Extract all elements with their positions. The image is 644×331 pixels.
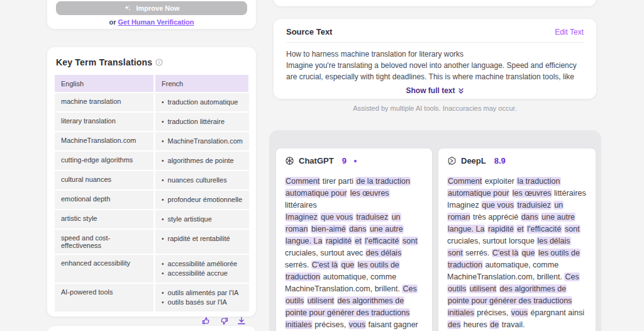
source-line-1: How to harness machine translation for l… — [286, 48, 584, 60]
partial-card-bottom-left — [47, 326, 256, 331]
deepl-icon — [447, 156, 457, 166]
term-french-item: •accessibilité accrue — [162, 269, 243, 278]
partial-card-top-right — [274, 0, 596, 6]
deepl-panel: DeepL 8.9 Comment exploiter la traductio… — [438, 148, 596, 331]
deepl-translation-text: Comment exploiter la traduction automati… — [447, 176, 587, 331]
term-french-item: •nuances culturelles — [162, 176, 243, 185]
get-human-verification-link[interactable]: Get Human Verification — [118, 18, 194, 26]
term-english-cell: cutting-edge algorithms — [55, 152, 153, 170]
term-french-cell: •outils alimentés par l'IA•outils basés … — [155, 284, 249, 311]
improve-now-label: Improve Now — [136, 4, 179, 12]
edit-text-link[interactable]: Edit Text — [555, 28, 584, 36]
improve-card: Improve Now or Get Human Verification — [47, 0, 256, 29]
term-french-cell: •accessibilité améliorée•accessibilité a… — [155, 255, 249, 283]
term-french-item: •profondeur émotionnelle — [162, 195, 243, 205]
show-full-text-label: Show full text — [406, 86, 455, 95]
term-french-cell: •nuances culturelles — [155, 171, 249, 189]
term-french-cell: •traduction automatique — [155, 93, 249, 111]
deepl-name: DeepL — [461, 156, 486, 166]
term-english-cell: literary translation — [55, 113, 153, 131]
term-french-item: •traduction automatique — [162, 98, 243, 107]
term-english-cell: speed and cost-effectiveness — [55, 230, 153, 254]
term-french-cell: •traduction littéraire — [155, 113, 249, 131]
chatgpt-icon — [285, 156, 294, 166]
term-english-cell: emotional depth — [55, 191, 153, 209]
improve-now-button[interactable]: Improve Now — [56, 1, 247, 15]
term-english-cell: cultural nuances — [55, 171, 153, 189]
or-text: or — [109, 18, 116, 26]
deepl-score: 8.9 — [494, 156, 506, 166]
chatgpt-translation-text: Comment tirer parti de la traduction aut… — [285, 176, 423, 331]
term-french-cell: •profondeur émotionnelle — [155, 191, 249, 209]
term-english-cell: machine translation — [55, 93, 153, 111]
term-english-cell: AI-powered tools — [55, 284, 153, 311]
show-full-text-button[interactable]: Show full text — [286, 86, 584, 95]
term-french-cell: •MachineTranslation.com — [155, 132, 249, 150]
source-text-card: Source Text Edit Text How to harness mac… — [274, 19, 596, 99]
chatgpt-name: ChatGPT — [299, 156, 334, 166]
thumbs-up-icon[interactable] — [202, 317, 211, 325]
translation-comparison-container: ChatGPT 9 Comment tirer parti de la trad… — [269, 130, 601, 331]
term-french-item: •MachineTranslation.com — [162, 137, 243, 146]
term-french-cell: •style artistique — [155, 210, 249, 228]
term-english-cell: MachineTranslation.com — [55, 132, 153, 150]
chatgpt-panel: ChatGPT 9 Comment tirer parti de la trad… — [275, 148, 433, 331]
term-french-item: •style artistique — [162, 215, 243, 224]
key-terms-table: English French — [55, 75, 248, 92]
term-french-item: •rapidité et rentabilité — [162, 234, 243, 244]
info-icon[interactable] — [155, 59, 163, 66]
terms-table-body: machine translation•traduction automatiq… — [55, 93, 248, 311]
column-header-english: English — [55, 75, 153, 92]
ai-disclaimer-text: Assisted by multiple AI tools. Inaccurac… — [274, 104, 596, 112]
source-line-2: Imagine you're translating a beloved nov… — [286, 60, 584, 82]
term-french-item: •outils alimentés par l'IA — [162, 288, 243, 298]
term-french-cell: •rapidité et rentabilité — [155, 230, 249, 254]
score-dot-icon[interactable] — [354, 160, 357, 162]
key-term-translations-card: Key Term Translations English French mac… — [47, 47, 256, 317]
download-icon[interactable] — [237, 317, 246, 325]
term-french-item: •algorithmes de pointe — [162, 156, 243, 166]
term-french-item: •traduction littéraire — [162, 117, 243, 126]
chevron-double-down-icon — [458, 87, 464, 94]
term-french-item: •accessibilité améliorée — [162, 259, 243, 269]
column-header-french: French — [155, 75, 248, 92]
sparkles-icon — [123, 4, 131, 13]
chatgpt-score: 9 — [342, 156, 347, 166]
thumbs-down-icon[interactable] — [219, 317, 228, 325]
term-english-cell: enhanced accessibility — [55, 255, 153, 283]
term-english-cell: artistic style — [55, 210, 153, 228]
term-french-cell: •algorithmes de pointe — [155, 152, 249, 170]
key-term-translations-title: Key Term Translations — [56, 57, 152, 67]
source-text-body: How to harness machine translation for l… — [286, 43, 584, 82]
source-text-title: Source Text — [286, 27, 332, 36]
term-french-item: •outils basés sur l'IA — [162, 298, 243, 307]
